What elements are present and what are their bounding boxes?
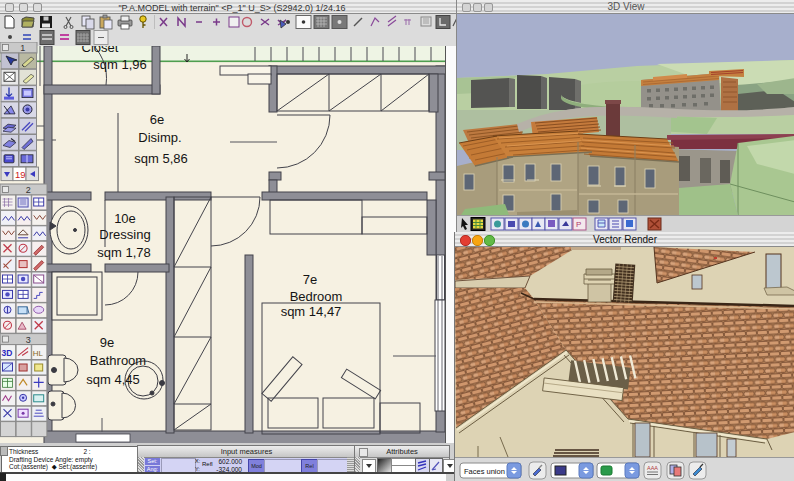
svg-text:1: 1	[20, 43, 25, 53]
svg-text:2: 2	[26, 185, 31, 195]
svg-text:7e: 7e	[303, 272, 317, 287]
svg-text:Disimp.: Disimp.	[138, 130, 181, 145]
svg-text:6e: 6e	[150, 112, 164, 127]
svg-text:AAA: AAA	[647, 465, 658, 471]
svg-text:3D: 3D	[2, 348, 13, 358]
svg-text:Faces union: Faces union	[464, 467, 505, 476]
svg-text:HL: HL	[33, 349, 44, 358]
svg-text:sqm 14,47: sqm 14,47	[281, 304, 342, 319]
svg-text:Dressing: Dressing	[99, 227, 150, 242]
svg-text:9e: 9e	[100, 335, 114, 350]
svg-text:sqm 5,86: sqm 5,86	[134, 151, 187, 166]
svg-text:10e: 10e	[114, 211, 136, 226]
svg-text:sqm 1,78: sqm 1,78	[97, 245, 150, 260]
svg-text:Bathroom: Bathroom	[90, 353, 146, 368]
svg-text:sqm 1,96: sqm 1,96	[93, 57, 146, 72]
svg-text:P: P	[576, 220, 581, 229]
svg-text:sqm 4,45: sqm 4,45	[86, 372, 139, 387]
svg-text:19: 19	[15, 169, 26, 180]
svg-text:3: 3	[26, 335, 31, 345]
svg-text:Bedroom: Bedroom	[290, 289, 343, 304]
svg-text:Closet: Closet	[82, 46, 119, 55]
